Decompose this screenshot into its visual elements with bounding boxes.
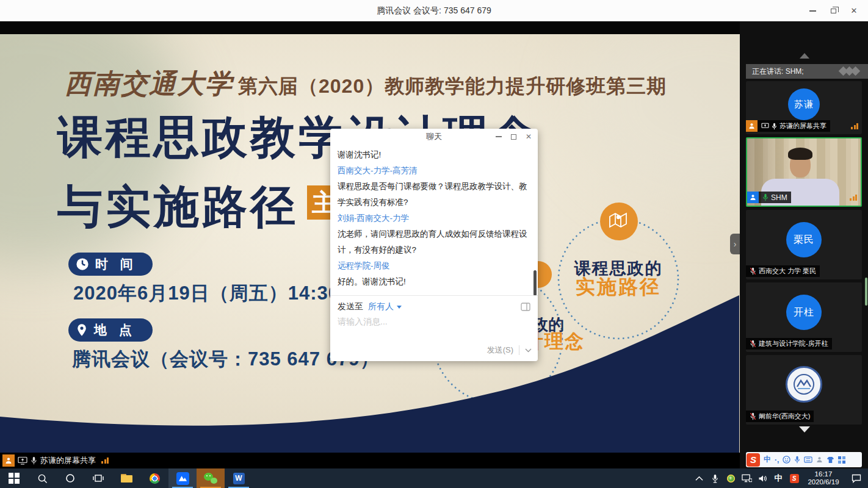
chat-maximize-button[interactable] xyxy=(511,134,516,140)
ime-mode-toggle[interactable]: 中 xyxy=(764,454,771,465)
wechat-button[interactable] xyxy=(197,468,225,488)
tray-network-button[interactable] xyxy=(739,468,754,488)
tray-sogou-button[interactable]: S xyxy=(786,468,802,488)
clock-date: 2020/6/19 xyxy=(808,478,839,486)
voice-input-icon[interactable] xyxy=(794,456,800,464)
chat-message-list[interactable]: 谢谢沈书记! 西南交大-力学-高芳清 课程思政是否每门课都要做？课程思政教学设计… xyxy=(330,145,538,295)
top-black-bar xyxy=(0,21,740,34)
chat-titlebar[interactable]: 聊天 ✕ xyxy=(330,129,538,145)
send-button[interactable]: 发送(S) xyxy=(487,345,513,356)
window-minimize-button[interactable] xyxy=(802,0,823,21)
task-view-button[interactable] xyxy=(84,468,112,488)
tencent-meeting-icon xyxy=(176,472,189,485)
workshop-subtitle: 第六届（2020）教师教学能力提升研修班第三期 xyxy=(238,73,667,100)
tray-mic-button[interactable] xyxy=(707,468,723,488)
network-display-icon xyxy=(742,474,752,483)
toolbox-grid-icon[interactable] xyxy=(838,456,845,464)
participant-tile-kaizhu[interactable]: 开柱 建筑与设计学院-房开柱 xyxy=(746,282,862,352)
university-calligraphy: 西南交通大学 xyxy=(65,66,233,102)
participants-sidebar: 正在讲话: SHM; 苏谦 苏谦的屏幕共享 xyxy=(740,21,868,468)
send-to-selector[interactable]: 所有人 xyxy=(368,301,394,312)
mic-muted-icon xyxy=(750,340,756,348)
chat-message: 好的。谢谢沈书记! xyxy=(338,274,532,290)
cortana-button[interactable] xyxy=(56,468,84,488)
signal-bars-icon xyxy=(851,123,858,129)
signal-bars-icon xyxy=(101,458,109,464)
sidebar-scrollbar[interactable] xyxy=(865,278,867,306)
window-titlebar: 腾讯会议 会议号: 735 647 679 ✕ xyxy=(0,0,868,21)
participant-tile-kanqianhua[interactable]: 阚前华(西南交大) xyxy=(746,355,862,425)
time-pill: 时 间 xyxy=(68,253,153,276)
account-icon[interactable] xyxy=(816,456,823,463)
chat-message-input[interactable] xyxy=(338,317,521,326)
participant-tile-limin[interactable]: 栗民 西南交大 力学 栗民 xyxy=(746,210,862,279)
window-close-button[interactable]: ✕ xyxy=(844,0,864,21)
send-to-label: 发送至 xyxy=(338,301,363,312)
tray-expand-button[interactable] xyxy=(691,468,707,488)
chat-scrollbar[interactable] xyxy=(533,270,537,296)
taskbar-clock[interactable]: 16:17 2020/6/19 xyxy=(802,468,845,488)
mic-muted-icon xyxy=(750,267,756,275)
tray-volume-button[interactable] xyxy=(754,468,770,488)
participant-tile-shm-video[interactable]: SHM xyxy=(746,137,862,207)
clock-time: 16:17 xyxy=(815,470,833,478)
search-button[interactable] xyxy=(28,468,56,488)
chrome-button[interactable] xyxy=(140,468,168,488)
close-icon: ✕ xyxy=(526,132,532,141)
chrome-icon xyxy=(150,473,160,484)
share-banner-text: 苏谦的屏幕共享 xyxy=(40,455,96,466)
participant-label: SHM xyxy=(771,193,787,202)
chat-window: 聊天 ✕ 谢谢沈书记! 西南交大-力学-高芳清 课程思政是否每门课都要做？课程思… xyxy=(330,129,538,361)
chat-footer: 发送至 所有人 发送(S) xyxy=(330,295,538,361)
skin-icon[interactable] xyxy=(826,456,834,464)
safety-icon: + xyxy=(727,475,735,483)
word-button[interactable]: W xyxy=(225,468,253,488)
slide-title-row: 西南交通大学 第六届（2020）教师教学能力提升研修班第三期 xyxy=(65,66,667,102)
tencent-meeting-button[interactable] xyxy=(168,468,197,488)
screen-share-icon xyxy=(18,456,27,465)
screen-share-icon xyxy=(761,123,769,129)
chat-sender: 刘娟-西南交大-力学 xyxy=(338,210,532,226)
windows-taskbar: W + xyxy=(0,468,868,488)
window-restore-button[interactable] xyxy=(823,0,844,21)
scroll-up-arrow[interactable] xyxy=(800,53,809,59)
emoji-icon[interactable] xyxy=(783,456,790,464)
location-pin-icon xyxy=(76,323,88,337)
presenter-icon xyxy=(2,454,15,467)
popout-chat-icon[interactable] xyxy=(521,303,530,311)
action-center-button[interactable] xyxy=(845,468,868,488)
chat-sender: 西南交大-力学-高芳清 xyxy=(338,163,532,179)
send-options-chevron-icon[interactable] xyxy=(525,348,532,353)
slide-heading-line2: 与实施路径 xyxy=(57,177,298,238)
participant-label: 苏谦的屏幕共享 xyxy=(779,121,826,131)
chevron-down-icon[interactable] xyxy=(397,306,402,309)
tray-ime-indicator[interactable]: 中 xyxy=(770,468,786,488)
slide-heading-line2-row: 与实施路径 主 xyxy=(57,177,358,238)
minimize-icon xyxy=(809,10,816,12)
sogou-ime-bar: S 中 ·, xyxy=(746,452,862,467)
cortana-icon xyxy=(65,473,75,483)
chat-message: 课程思政是否每门课都要做？课程思政教学设计、教学实践有没有标准? xyxy=(338,179,532,210)
file-explorer-button[interactable] xyxy=(112,468,140,488)
chat-close-button[interactable]: ✕ xyxy=(526,132,532,141)
participant-label: 建筑与设计学院-房开柱 xyxy=(759,339,828,348)
sidebar-collapse-handle[interactable]: › xyxy=(730,234,740,254)
scroll-down-arrow[interactable] xyxy=(799,426,810,432)
presenter-icon xyxy=(746,120,758,132)
place-pill: 地 点 xyxy=(68,318,153,342)
institute-logo xyxy=(786,366,822,403)
search-icon xyxy=(37,473,48,484)
ime-punctuation-toggle[interactable]: ·, xyxy=(775,456,779,464)
soft-keyboard-icon[interactable] xyxy=(804,456,812,463)
chat-sender: 远程学院-周俊 xyxy=(338,258,532,274)
sogou-logo[interactable]: S xyxy=(747,453,760,467)
start-button[interactable] xyxy=(0,468,28,488)
avatar: 苏谦 xyxy=(788,88,820,120)
chat-minimize-button[interactable] xyxy=(496,136,502,137)
tray-antivirus-button[interactable]: + xyxy=(723,468,739,488)
sogou-logo: S xyxy=(790,474,799,483)
avatar: 栗民 xyxy=(786,222,822,257)
time-label: 时 间 xyxy=(95,256,137,273)
participant-tile-suqian[interactable]: 苏谦 苏谦的屏幕共享 xyxy=(746,81,862,134)
wechat-icon xyxy=(204,473,217,484)
